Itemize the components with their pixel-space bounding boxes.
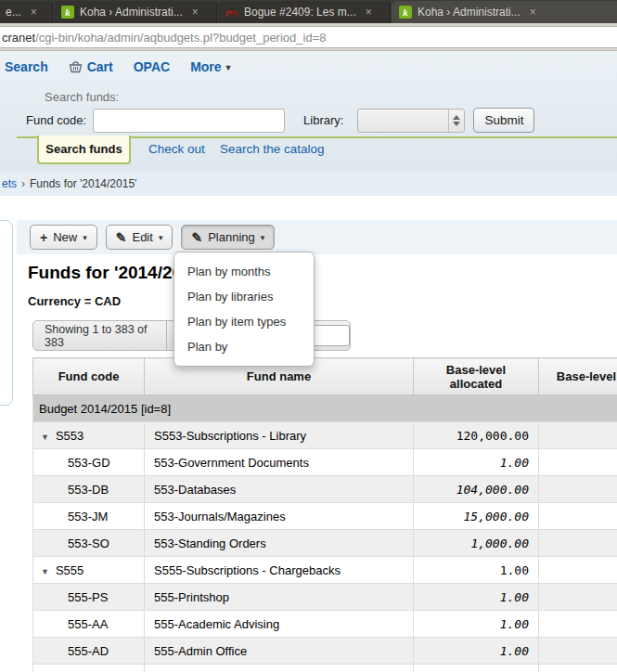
bugzilla-icon — [225, 6, 238, 19]
tab-check-out[interactable]: Check out — [148, 142, 205, 156]
close-icon[interactable]: × — [31, 6, 37, 19]
fund-code-label: Fund code: — [26, 113, 86, 127]
table-row[interactable]: ▼S555 S555-Subscriptions - Chargebacks 1… — [33, 557, 617, 584]
close-icon[interactable]: × — [192, 6, 199, 19]
menu-item-plan-by-item-types[interactable]: Plan by item types — [174, 309, 314, 334]
close-icon[interactable]: × — [366, 6, 372, 19]
browser-tab-koha-1[interactable]: k Koha › Administrati... × — [54, 1, 217, 23]
fund-code: 555-AA — [33, 611, 145, 638]
fund-code: S553 — [56, 429, 84, 443]
tab-label: Bogue #2409: Les m... — [244, 6, 356, 19]
nav-cart-label: Cart — [87, 59, 113, 74]
allocated-amount: 1.00 — [414, 557, 539, 584]
fund-code: 555-AD — [33, 638, 145, 665]
table-row[interactable]: 553-GD 553-Government Documents 1.00 — [33, 449, 617, 476]
ordered-amount — [539, 503, 617, 530]
library-label: Library: — [303, 113, 343, 127]
fund-name: S553-Subscriptions - Library — [145, 422, 414, 449]
table-row[interactable]: ▼S553 S553-Subscriptions - Library 120,0… — [33, 422, 617, 449]
fund-code: 553-GD — [33, 449, 145, 476]
collapse-triangle-icon[interactable]: ▼ — [41, 567, 49, 576]
ordered-amount — [539, 422, 617, 449]
table-row[interactable]: 553-SO 553-Standing Orders 1,000.00 — [33, 530, 617, 557]
chevron-down-icon: ▾ — [83, 233, 87, 242]
fund-name: 555-French — [145, 665, 414, 672]
fund-name: 553-Standing Orders — [145, 530, 414, 557]
table-row[interactable]: 555-AD 555-Admin Office 1.00 — [33, 638, 617, 665]
chevron-down-icon: ▾ — [159, 233, 163, 242]
library-select[interactable] — [357, 109, 465, 133]
url-domain: cranet — [2, 31, 35, 45]
planning-dropdown-menu: Plan by months Plan by libraries Plan by… — [174, 252, 315, 367]
allocated-amount: 120,000.00 — [414, 422, 539, 449]
plus-icon: + — [40, 230, 47, 245]
browser-tab-clipped[interactable]: e... × — [0, 1, 53, 23]
browser-tab-bar: e... × k Koha › Administrati... × Bogue … — [0, 0, 617, 23]
nav-opac-link[interactable]: OPAC — [134, 59, 170, 74]
budget-group-label: Budget 2014/2015 [id=8] — [33, 395, 617, 422]
table-row[interactable]: 555-AA 555-Academic Advising 1.00 — [33, 611, 617, 638]
fund-name: 555-Academic Advising — [145, 611, 414, 638]
allocated-amount: 1.00 — [414, 638, 539, 665]
tab-label: Koha › Administrati... — [80, 6, 183, 19]
fund-code: 555-PS — [33, 584, 145, 611]
close-icon[interactable]: × — [530, 6, 536, 19]
fund-code: 553-JM — [33, 503, 145, 530]
main-content: + New ▾ ✎ Edit ▾ ✎ Planning ▾ Plan by mo… — [0, 196, 617, 672]
menu-item-plan-by-months[interactable]: Plan by months — [174, 259, 314, 284]
column-header-fund-code[interactable]: Fund code — [33, 358, 145, 395]
fund-code: 553-DB — [33, 476, 145, 503]
browser-url-row: cranet/cgi-bin/koha/admin/aqbudgets.pl?b… — [0, 23, 617, 51]
table-row[interactable]: 555-FR 555-French 1.00 — [33, 665, 617, 672]
fund-name: 553-Journals/Magazines — [145, 503, 414, 530]
ordered-amount — [539, 584, 617, 611]
fund-code: 553-SO — [33, 530, 145, 557]
koha-favicon-icon: k — [61, 6, 74, 19]
browser-tab-bugzilla[interactable]: Bogue #2409: Les m... × — [218, 1, 391, 23]
url-bar[interactable]: cranet/cgi-bin/koha/admin/aqbudgets.pl?b… — [0, 26, 617, 48]
tab-search-catalog[interactable]: Search the catalog — [220, 142, 325, 156]
pencil-icon: ✎ — [191, 230, 202, 245]
column-header-base-allocated[interactable]: Base-level allocated — [414, 358, 539, 395]
menu-item-plan-by[interactable]: Plan by — [174, 334, 314, 359]
fund-name: S555-Subscriptions - Chargebacks — [145, 557, 414, 584]
cart-icon — [69, 60, 83, 73]
sidebar-menu-edge — [0, 220, 13, 406]
breadcrumb-budgets-link[interactable]: ets — [2, 177, 17, 190]
ordered-amount — [539, 449, 617, 476]
browser-tab-koha-2-active[interactable]: k Koha › Administrati... × — [392, 1, 617, 23]
tab-label: Koha › Administrati... — [418, 6, 521, 19]
edit-button[interactable]: ✎ Edit ▾ — [106, 225, 174, 250]
fund-name: 553-Government Documents — [145, 449, 414, 476]
table-row[interactable]: 553-JM 553-Journals/Magazines 15,000.00 — [33, 503, 617, 530]
allocated-amount: 1.00 — [414, 449, 539, 476]
planning-button[interactable]: ✎ Planning ▾ — [181, 225, 275, 250]
edit-button-label: Edit — [132, 230, 152, 244]
tab-search-funds[interactable]: Search funds — [37, 136, 131, 164]
showing-entries-info: Showing 1 to 383 of 383 — [33, 321, 167, 350]
chevron-down-icon: ▾ — [261, 233, 265, 242]
fund-search-form: Fund code: Library: Submit — [26, 108, 534, 133]
new-button[interactable]: + New ▾ — [30, 225, 97, 250]
column-header-base-ordered[interactable]: Base-level ordered — [539, 358, 617, 395]
collapse-triangle-icon[interactable]: ▼ — [41, 433, 49, 442]
fund-code: S555 — [56, 563, 84, 577]
menu-item-plan-by-libraries[interactable]: Plan by libraries — [174, 284, 314, 309]
new-button-label: New — [53, 230, 77, 244]
nav-cart-link[interactable]: Cart — [69, 59, 113, 74]
submit-button[interactable]: Submit — [473, 108, 534, 133]
allocated-amount: 104,000.00 — [414, 476, 539, 503]
breadcrumb-separator: › — [21, 177, 25, 190]
ordered-amount — [539, 638, 617, 665]
url-path: /cgi-bin/koha/admin/aqbudgets.pl?budget_… — [35, 31, 326, 45]
fund-code-input[interactable] — [93, 109, 285, 133]
search-funds-legend: Search funds: — [45, 90, 119, 104]
fund-code: 555-FR — [33, 665, 145, 672]
table-row[interactable]: 555-PS 555-Printshop 1.00 — [33, 584, 617, 611]
fund-name: 555-Printshop — [145, 584, 414, 611]
nav-more-menu[interactable]: More ▾ — [190, 59, 230, 74]
ordered-amount — [539, 476, 617, 503]
table-row[interactable]: 553-DB 553-Databases 104,000.00 — [33, 476, 617, 503]
select-spinner-icon — [448, 110, 464, 132]
nav-search-link[interactable]: Search — [5, 59, 48, 74]
